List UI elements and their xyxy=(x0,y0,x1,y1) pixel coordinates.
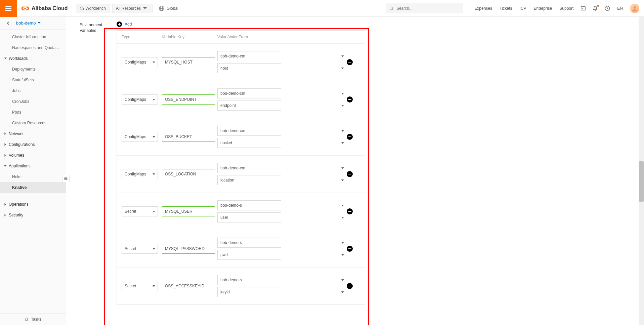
chevron-down-icon xyxy=(143,6,147,10)
field-select[interactable]: user xyxy=(217,212,281,222)
sidebar-group-operations[interactable]: Operations xyxy=(0,199,66,210)
field-select[interactable]: keyid xyxy=(217,287,281,297)
cluster-selector[interactable]: bob-demo xyxy=(16,21,41,26)
remove-variable-button[interactable] xyxy=(347,171,353,177)
remove-variable-button[interactable] xyxy=(347,246,353,252)
alibaba-cloud-icon xyxy=(22,5,29,12)
sidebar-item-knative[interactable]: Knative xyxy=(0,182,66,193)
variable-key-input[interactable] xyxy=(162,281,215,291)
sidebar-group-network[interactable]: Network xyxy=(0,128,66,139)
workbench-label: Workbench xyxy=(86,6,106,11)
scroll-thumb[interactable] xyxy=(639,161,644,202)
back-button[interactable] xyxy=(5,20,11,27)
svg-rect-1 xyxy=(5,8,11,9)
env-row: ConfigMaps Secret bob-demo-s pwd xyxy=(117,230,365,267)
avatar[interactable] xyxy=(630,4,639,13)
tasks-button[interactable]: Tasks xyxy=(0,313,66,325)
variable-key-input[interactable] xyxy=(162,94,215,105)
support-link[interactable]: Support xyxy=(559,6,573,11)
cluster-name: bob-demo xyxy=(16,21,36,26)
field-select[interactable]: bucket xyxy=(217,138,281,148)
variable-key-input[interactable] xyxy=(162,169,215,179)
icp-link[interactable]: ICP xyxy=(520,6,526,11)
source-select[interactable]: bob-demo-s xyxy=(217,275,281,285)
globe-icon xyxy=(159,5,165,11)
search-bar[interactable] xyxy=(386,3,463,13)
field-select[interactable]: pwd xyxy=(217,250,281,260)
hamburger-button[interactable] xyxy=(0,0,17,17)
field-select[interactable]: location xyxy=(217,175,281,185)
source-select[interactable]: bob-demo-cm xyxy=(217,88,281,98)
all-resources-button[interactable]: All Resources xyxy=(112,4,153,13)
sidebar-group-applications[interactable]: Applications xyxy=(0,161,66,171)
variable-key-input[interactable] xyxy=(162,244,215,254)
source-select[interactable]: bob-demo-cm xyxy=(217,163,281,173)
caret-right-icon xyxy=(4,143,7,146)
sidebar-item-jobs[interactable]: Jobs xyxy=(0,85,66,96)
workbench-button[interactable]: Workbench xyxy=(76,4,110,13)
search-icon xyxy=(389,6,394,11)
remove-variable-button[interactable] xyxy=(347,134,353,140)
sidebar-item-helm[interactable]: Helm xyxy=(0,171,66,182)
tickets-link[interactable]: Tickets xyxy=(500,6,512,11)
minus-icon xyxy=(348,211,351,212)
scrollbar[interactable] xyxy=(639,17,644,325)
notifications-button[interactable] xyxy=(592,5,598,11)
remove-variable-button[interactable] xyxy=(347,283,353,289)
caret-right-icon xyxy=(4,132,7,135)
brand-logo[interactable]: Alibaba Cloud xyxy=(17,5,73,12)
add-variable-button[interactable] xyxy=(117,22,122,27)
sidebar-body: Cluster Information Namespaces and Quota… xyxy=(0,30,66,313)
type-select[interactable]: ConfigMaps Secret xyxy=(122,94,158,105)
source-select[interactable]: bob-demo-cm xyxy=(217,51,281,61)
env-row: ConfigMaps Secret bob-demo-cm endpoint xyxy=(117,81,365,118)
region-selector[interactable]: Global xyxy=(159,5,178,11)
menu-icon xyxy=(5,5,11,11)
field-select[interactable]: host xyxy=(217,63,281,73)
sidebar-item-deployments[interactable]: Deployments xyxy=(0,64,66,75)
remove-variable-button[interactable] xyxy=(347,59,353,65)
source-select[interactable]: bob-demo-s xyxy=(217,200,281,210)
sidebar-item-cronjobs[interactable]: CronJobs xyxy=(0,96,66,107)
minus-icon xyxy=(348,136,351,137)
remove-variable-button[interactable] xyxy=(347,96,353,103)
sidebar-group-volumes[interactable]: Volumes xyxy=(0,150,66,161)
sidebar-item-pods[interactable]: Pods xyxy=(0,107,66,118)
variable-key-input[interactable] xyxy=(162,57,215,67)
caret-right-icon xyxy=(4,154,7,157)
enterprise-link[interactable]: Enterprise xyxy=(534,6,552,11)
type-select[interactable]: ConfigMaps Secret xyxy=(122,169,158,179)
field-select[interactable]: endpoint xyxy=(217,100,281,111)
language-selector[interactable]: EN xyxy=(617,6,623,11)
sidebar-item-namespaces[interactable]: Namespaces and Quota... xyxy=(0,42,66,53)
main-content: EnvironmentVariables Add Type Variable K… xyxy=(66,17,644,325)
type-select[interactable]: ConfigMaps Secret xyxy=(122,206,158,216)
sidebar-group-workloads[interactable]: Workloads xyxy=(0,53,66,64)
variable-key-input[interactable] xyxy=(162,206,215,216)
sidebar-item-statefulsets[interactable]: StatefulSets xyxy=(0,75,66,85)
type-select[interactable]: ConfigMaps Secret xyxy=(122,244,158,254)
minus-icon xyxy=(348,62,351,63)
add-link[interactable]: Add xyxy=(125,22,132,27)
sidebar-item-cluster-info[interactable]: Cluster Information xyxy=(0,32,66,42)
expenses-link[interactable]: Expenses xyxy=(474,6,492,11)
sidebar-group-configurations[interactable]: Configurations xyxy=(0,139,66,150)
type-select[interactable]: ConfigMaps Secret xyxy=(122,57,158,67)
operations-label: Operations xyxy=(9,202,29,207)
source-select[interactable]: bob-demo-s xyxy=(217,238,281,248)
header-value: Value/ValueFrom xyxy=(217,35,347,39)
cloudshell-button[interactable] xyxy=(580,5,586,11)
variable-key-input[interactable] xyxy=(162,132,215,142)
remove-variable-button[interactable] xyxy=(347,208,353,214)
avatar-icon xyxy=(631,5,638,12)
sidebar-group-security[interactable]: Security xyxy=(0,210,66,220)
sidebar-collapse-button[interactable] xyxy=(62,175,70,182)
sidebar-item-custom-resources[interactable]: Custom Resources xyxy=(0,118,66,128)
env-row: ConfigMaps Secret bob-demo-cm location xyxy=(117,155,365,193)
svg-line-7 xyxy=(392,9,393,10)
type-select[interactable]: ConfigMaps Secret xyxy=(122,132,158,142)
type-select[interactable]: ConfigMaps Secret xyxy=(122,281,158,291)
source-select[interactable]: bob-demo-cm xyxy=(217,126,281,136)
help-button[interactable] xyxy=(604,5,610,11)
search-input[interactable] xyxy=(396,6,460,11)
